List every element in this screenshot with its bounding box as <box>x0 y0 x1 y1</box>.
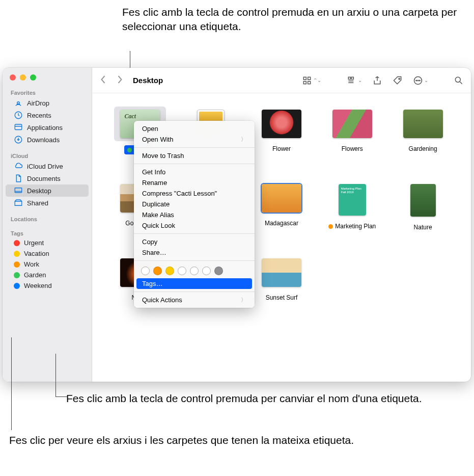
svg-point-16 <box>455 77 460 82</box>
file-label-text: Gardening <box>409 145 437 152</box>
sidebar-item-recents[interactable]: Recents <box>6 109 89 121</box>
more-button[interactable]: ⌄ <box>413 75 428 86</box>
svg-point-13 <box>416 80 417 81</box>
zoom-button[interactable] <box>30 74 36 81</box>
menu-item[interactable]: Get Info <box>134 167 255 177</box>
section-tags: Tags <box>3 228 92 237</box>
sidebar-item-iclouddrive[interactable]: iCloud Drive <box>6 160 89 172</box>
menu-item[interactable]: Rename <box>134 177 255 188</box>
menu-item[interactable]: Share… <box>134 247 255 258</box>
tag-dot-icon <box>127 148 132 152</box>
file-item[interactable]: Nature <box>393 181 454 231</box>
forward-button[interactable] <box>116 75 124 86</box>
menu-item-label: Tags… <box>142 280 162 287</box>
menu-item[interactable]: Copy <box>134 236 255 247</box>
menu-item-label: Duplicate <box>142 200 170 208</box>
menu-separator <box>134 164 255 164</box>
clock-icon <box>14 111 23 120</box>
svg-point-15 <box>420 80 421 81</box>
menu-item[interactable]: Quick Actions〉 <box>134 295 255 305</box>
group-button[interactable]: ⌄ <box>347 75 362 86</box>
file-thumbnail <box>332 110 372 138</box>
tag-color-swatch[interactable] <box>190 267 199 275</box>
sidebar-label: Recents <box>27 112 51 119</box>
callout-top: Fes clic amb la tecla de control premuda… <box>122 5 474 34</box>
tag-dot-icon <box>14 283 20 289</box>
svg-rect-6 <box>308 77 311 80</box>
search-button[interactable] <box>454 75 464 86</box>
sidebar-label: AirDrop <box>27 99 49 107</box>
sidebar-item-documents[interactable]: Documents <box>6 172 89 184</box>
menu-item-label: Make Alias <box>142 211 174 219</box>
view-icon-button[interactable]: ⌃⌄ <box>302 75 321 86</box>
menu-item[interactable]: Open With〉 <box>134 134 255 145</box>
file-item[interactable]: Madagascar <box>251 181 312 227</box>
tag-color-swatch[interactable] <box>165 267 174 275</box>
sidebar-item-downloads[interactable]: Downloads <box>6 134 89 146</box>
file-label: Sunset Surf <box>266 294 298 301</box>
menu-item[interactable]: Open <box>134 123 255 134</box>
sidebar-tag-urgent[interactable]: Urgent <box>6 237 89 248</box>
tag-color-swatch[interactable] <box>141 267 150 275</box>
close-button[interactable] <box>10 74 16 81</box>
svg-rect-8 <box>308 81 311 84</box>
file-item[interactable]: Gardening <box>393 107 454 152</box>
file-label: Madagascar <box>265 220 298 227</box>
sidebar: Favorites AirDrop Recents Applications D… <box>3 68 92 382</box>
sidebar-item-applications[interactable]: Applications <box>6 121 89 134</box>
file-label: Nature <box>414 224 432 231</box>
tag-button[interactable] <box>393 75 403 86</box>
sidebar-tag-label: Vacation <box>24 250 49 257</box>
sidebar-tag-work[interactable]: Work <box>6 259 89 270</box>
download-icon <box>14 135 23 144</box>
section-locations: Locations <box>3 214 92 223</box>
file-label: Marketing Plan <box>328 223 376 230</box>
toolbar: Desktop ⌃⌄ ⌄ ⌄ <box>92 68 471 93</box>
desktop-icon <box>14 186 23 195</box>
menu-item[interactable]: Duplicate <box>134 199 255 209</box>
sidebar-item-desktop[interactable]: Desktop <box>6 184 89 197</box>
tag-color-swatch[interactable] <box>202 267 211 275</box>
tag-color-swatch[interactable] <box>153 267 162 275</box>
sidebar-label: Desktop <box>27 187 51 195</box>
file-item[interactable]: Flowers <box>322 107 383 152</box>
file-item[interactable]: Flower <box>251 107 312 152</box>
minimize-button[interactable] <box>20 74 26 81</box>
menu-item[interactable]: Tags… <box>136 278 252 289</box>
callout-bottom: Fes clic per veure els arxius i les carp… <box>9 433 354 447</box>
tag-color-swatch[interactable] <box>178 267 186 275</box>
menu-separator <box>134 233 255 234</box>
svg-rect-4 <box>15 188 22 193</box>
sidebar-item-airdrop[interactable]: AirDrop <box>6 97 89 109</box>
shared-icon <box>14 198 23 207</box>
chevron-down-icon: ⌄ <box>424 77 428 83</box>
file-label: Flowers <box>342 145 363 152</box>
file-item[interactable]: Marketing Plan <box>322 181 383 230</box>
back-button[interactable] <box>99 75 107 86</box>
sidebar-label: Downloads <box>27 136 60 144</box>
sidebar-tag-label: Garden <box>24 271 46 279</box>
sidebar-tag-garden[interactable]: Garden <box>6 270 89 280</box>
menu-item[interactable]: Move to Trash <box>134 150 255 161</box>
menu-item[interactable]: Make Alias <box>134 209 255 220</box>
sidebar-item-shared[interactable]: Shared <box>6 197 89 209</box>
menu-item[interactable]: Compress "Cacti Lesson" <box>134 188 255 199</box>
menu-item[interactable]: Quick Look <box>134 220 255 231</box>
sidebar-tag-weekend[interactable]: Weekend <box>6 280 89 291</box>
file-thumbnail <box>262 110 301 138</box>
sidebar-tag-label: Urgent <box>24 239 44 247</box>
callout-line <box>11 337 12 430</box>
sidebar-tag-vacation[interactable]: Vacation <box>6 248 89 259</box>
file-item[interactable]: Sunset Surf <box>251 255 312 301</box>
share-button[interactable] <box>372 75 382 86</box>
airdrop-icon <box>14 98 23 108</box>
menu-item-label: Open With <box>142 136 173 143</box>
tag-dot-icon <box>14 272 20 278</box>
cloud-icon <box>14 162 23 171</box>
svg-point-11 <box>399 78 400 80</box>
tag-dot-icon <box>14 251 20 257</box>
menu-item-label: Open <box>142 125 158 133</box>
chevron-down-icon: ⌄ <box>358 77 362 83</box>
tag-color-swatch[interactable] <box>214 267 223 275</box>
svg-rect-7 <box>303 81 306 84</box>
